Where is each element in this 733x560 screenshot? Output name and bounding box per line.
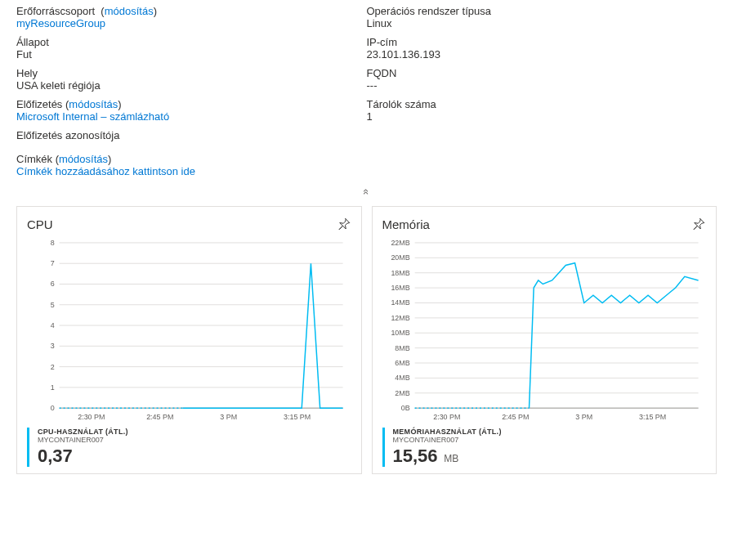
svg-text:18MB: 18MB [391,269,409,277]
value-containers: 1 [367,110,373,123]
prop-ip: IP-cím 23.101.136.193 [367,36,717,60]
label-tags: Címkék [16,153,52,165]
pin-icon[interactable] [691,217,706,231]
link-resource-group-change[interactable]: módosítás [105,5,154,17]
pin-icon[interactable] [337,217,351,231]
value-resource-group[interactable]: myResourceGroup [16,17,105,29]
link-tags-change[interactable]: módosítás [59,153,108,165]
svg-text:2: 2 [51,363,55,371]
svg-text:16MB: 16MB [391,284,409,292]
label-ip: IP-cím [367,36,398,48]
svg-text:6MB: 6MB [395,359,409,367]
svg-text:22MB: 22MB [391,239,409,247]
metric-box-cpu: CPU-HASZNÁLAT (ÁTL.) MYCONTAINER007 0,37 [27,428,351,467]
svg-text:3: 3 [51,342,55,350]
svg-text:10MB: 10MB [391,329,409,337]
svg-text:0B: 0B [400,404,409,412]
prop-os-type: Operációs rendszer típusa Linux [367,5,717,29]
link-tags-add[interactable]: Címkék hozzáadásához kattintson ide [16,165,195,177]
svg-text:2:30 PM: 2:30 PM [433,413,460,421]
svg-text:8: 8 [51,239,55,247]
metric-sub-cpu: MYCONTAINER007 [38,436,351,444]
label-subscription-id: Előfizetés azonosítója [16,129,119,141]
properties-right-column: Operációs rendszer típusa Linux IP-cím 2… [367,5,717,184]
label-subscription: Előfizetés [16,98,62,110]
svg-text:3 PM: 3 PM [575,413,592,421]
properties-left-column: Erőforráscsoport (módosítás) myResourceG… [16,5,367,184]
metric-value-cpu: 0,37 [38,446,73,466]
svg-text:4MB: 4MB [395,374,409,382]
svg-text:1: 1 [51,383,55,392]
svg-text:14MB: 14MB [391,298,409,307]
chart-plot-cpu: 0123456782:30 PM2:45 PM3 PM3:15 PM [27,238,351,424]
chart-title-cpu: CPU [27,217,53,231]
value-ip: 23.101.136.193 [367,48,440,60]
svg-text:8MB: 8MB [395,344,409,352]
label-state: Állapot [16,36,49,48]
prop-fqdn: FQDN --- [367,67,717,92]
prop-state: Állapot Fut [16,36,367,60]
metric-unit-memory: MB [444,453,458,464]
chart-title-memory: Memória [382,217,430,231]
metric-label-cpu: CPU-HASZNÁLAT (ÁTL.) [38,428,351,436]
prop-location: Hely USA keleti régiója [16,67,367,92]
value-os-type: Linux [367,17,392,29]
label-resource-group: Erőforráscsoport [16,5,95,17]
chart-card-memory: Memória 0B2MB4MB6MB8MB10MB12MB14MB16MB18… [372,206,717,474]
value-state: Fut [16,48,32,60]
properties-panel: Erőforráscsoport (módosítás) myResourceG… [0,0,733,184]
svg-text:20MB: 20MB [391,253,409,262]
metric-sub-memory: MYCONTAINER007 [393,436,707,444]
svg-text:5: 5 [51,301,55,309]
value-location: USA keleti régiója [16,79,101,92]
svg-text:2:45 PM: 2:45 PM [502,413,529,421]
svg-text:2:30 PM: 2:30 PM [78,413,105,421]
svg-text:6: 6 [51,280,55,288]
prop-subscription: Előfizetés (módosítás) Microsoft Interna… [16,98,367,123]
svg-text:0: 0 [51,404,55,412]
chart-card-cpu: CPU 0123456782:30 PM2:45 PM3 PM3:15 PM C… [16,206,362,474]
metric-value-memory: 15,56 [393,446,438,466]
svg-text:12MB: 12MB [391,314,409,322]
label-fqdn: FQDN [367,67,397,79]
value-fqdn: --- [367,79,378,92]
prop-tags: Címkék (módosítás) Címkék hozzáadásához … [16,153,367,177]
svg-text:2:45 PM: 2:45 PM [146,413,173,421]
metric-box-memory: MEMÓRIAHASZNÁLAT (ÁTL.) MYCONTAINER007 1… [382,428,707,467]
metric-label-memory: MEMÓRIAHASZNÁLAT (ÁTL.) [393,428,707,436]
collapse-toggle[interactable]: « [0,184,733,199]
svg-text:3:15 PM: 3:15 PM [284,413,311,421]
svg-text:2MB: 2MB [395,389,409,397]
chevron-up-icon: « [360,189,373,195]
chart-plot-memory: 0B2MB4MB6MB8MB10MB12MB14MB16MB18MB20MB22… [382,238,707,424]
label-os-type: Operációs rendszer típusa [367,5,491,17]
prop-subscription-id: Előfizetés azonosítója [16,129,367,141]
charts-row: CPU 0123456782:30 PM2:45 PM3 PM3:15 PM C… [0,199,733,484]
value-subscription[interactable]: Microsoft Internal – számlázható [16,110,169,123]
svg-text:3 PM: 3 PM [220,413,237,421]
prop-resource-group: Erőforráscsoport (módosítás) myResourceG… [16,5,367,29]
link-subscription-change[interactable]: módosítás [69,98,118,110]
prop-containers: Tárolók száma 1 [367,98,717,123]
label-location: Hely [16,67,38,79]
svg-text:3:15 PM: 3:15 PM [639,413,666,421]
svg-text:7: 7 [51,259,55,267]
label-containers: Tárolók száma [367,98,436,110]
svg-text:4: 4 [51,321,55,329]
